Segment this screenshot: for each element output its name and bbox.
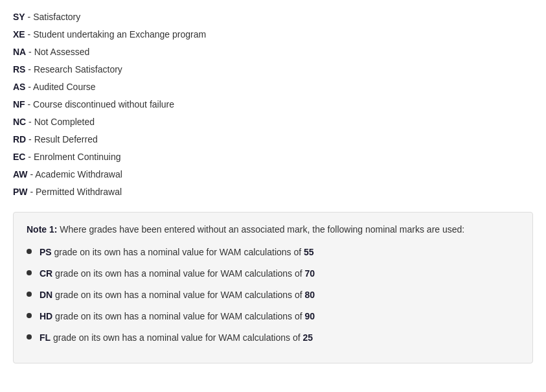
note-box: Note 1: Where grades have been entered w… [13, 212, 533, 363]
bullet-grade-code: DN [40, 290, 52, 300]
bullet-text: FL grade on its own has a nominal value … [40, 331, 313, 345]
grade-code: EC [13, 152, 25, 162]
bullet-item: CR grade on its own has a nominal value … [27, 267, 519, 281]
note-title: Note 1: [27, 224, 57, 235]
grade-item: NC - Not Completed [13, 115, 533, 129]
grade-code: XE [13, 29, 25, 40]
grade-item: SY - Satisfactory [13, 10, 533, 24]
bullet-value: 70 [305, 268, 315, 279]
bullet-dot [27, 334, 32, 340]
grade-code: AS [13, 82, 25, 92]
grade-description: - Course discontinued without failure [25, 99, 174, 110]
grade-description: - Enrolment Continuing [25, 152, 120, 162]
bullet-dot [27, 313, 32, 318]
grade-description: - Result Deferred [26, 134, 97, 144]
grade-item: XE - Student undertaking an Exchange pro… [13, 28, 533, 41]
grade-code: NF [13, 99, 25, 110]
grade-code: NC [13, 117, 26, 127]
bullet-value: 80 [305, 290, 315, 300]
grade-description: - Student undertaking an Exchange progra… [25, 29, 206, 40]
bullet-item: PS grade on its own has a nominal value … [27, 246, 519, 259]
grade-item: RD - Result Deferred [13, 133, 533, 146]
bullet-text: DN grade on its own has a nominal value … [40, 288, 315, 302]
grade-item: AS - Audited Course [13, 80, 533, 94]
grade-code: RS [13, 64, 25, 75]
grade-code: SY [13, 12, 25, 22]
bullet-grade-code: PS [40, 247, 52, 257]
bullet-text: CR grade on its own has a nominal value … [40, 267, 315, 281]
grade-description: - Permitted Withdrawal [28, 187, 122, 197]
grade-code: NA [13, 47, 26, 57]
bullet-dot [27, 292, 32, 297]
bullet-text: HD grade on its own has a nominal value … [40, 310, 315, 323]
bullet-dot [27, 249, 32, 254]
bullet-value: 90 [305, 311, 315, 321]
grade-list: SY - SatisfactoryXE - Student undertakin… [13, 10, 533, 199]
note-intro: Note 1: Where grades have been entered w… [27, 223, 519, 236]
grade-item: RS - Research Satisfactory [13, 63, 533, 76]
bullet-value: 25 [302, 332, 313, 343]
grade-description: - Research Satisfactory [25, 64, 122, 75]
bullet-list: PS grade on its own has a nominal value … [27, 246, 519, 345]
grade-description: - Not Completed [26, 117, 95, 127]
bullet-grade-code: HD [40, 311, 52, 321]
bullet-item: HD grade on its own has a nominal value … [27, 310, 519, 323]
bullet-value: 55 [304, 247, 314, 257]
grade-description: - Not Assessed [26, 47, 89, 57]
grade-code: RD [13, 134, 26, 144]
grade-item: EC - Enrolment Continuing [13, 150, 533, 164]
bullet-dot [27, 270, 32, 275]
grade-code: AW [13, 169, 28, 179]
bullet-item: FL grade on its own has a nominal value … [27, 331, 519, 345]
grade-item: NF - Course discontinued without failure [13, 98, 533, 111]
grade-description: - Academic Withdrawal [28, 169, 122, 179]
bullet-grade-code: CR [40, 268, 52, 279]
grade-description: - Audited Course [25, 82, 95, 92]
grade-item: NA - Not Assessed [13, 45, 533, 59]
bullet-grade-code: FL [40, 332, 51, 343]
bullet-text: PS grade on its own has a nominal value … [40, 246, 314, 259]
grade-item: AW - Academic Withdrawal [13, 168, 533, 181]
bullet-item: DN grade on its own has a nominal value … [27, 288, 519, 302]
grade-code: PW [13, 187, 28, 197]
grade-description: - Satisfactory [25, 12, 81, 22]
grade-item: PW - Permitted Withdrawal [13, 185, 533, 199]
